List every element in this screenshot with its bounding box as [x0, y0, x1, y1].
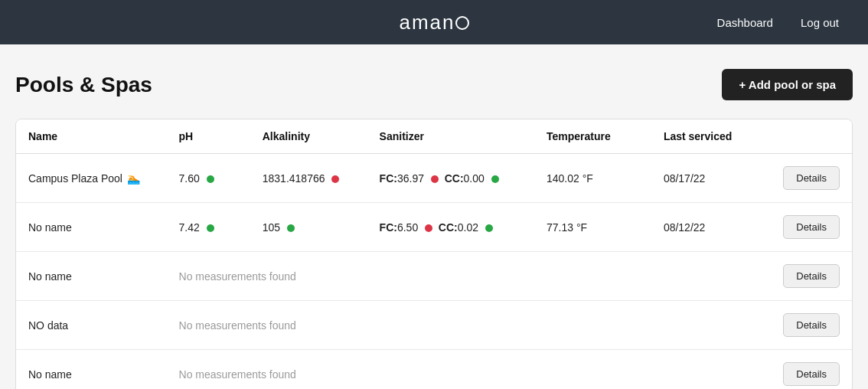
fc-status-dot: [431, 175, 439, 183]
cell-no-measurements: No measurements found: [167, 350, 768, 390]
app-logo: aman: [399, 11, 468, 34]
details-button[interactable]: Details: [783, 166, 840, 190]
logout-button[interactable]: Log out: [790, 11, 850, 34]
cell-alkalinity: 1831.418766: [250, 154, 367, 203]
col-header-last-serviced: Last serviced: [651, 119, 768, 154]
col-header-sanitizer: Sanitizer: [367, 119, 534, 154]
navbar-actions: Dashboard Log out: [706, 11, 850, 34]
details-button[interactable]: Details: [783, 362, 840, 386]
table-row: Campus Plaza Pool🏊7.60 1831.418766 FC:36…: [16, 154, 852, 203]
fc-label: FC:: [380, 221, 397, 234]
alkalinity-status-dot: [287, 224, 295, 232]
page-header: Pools & Spas + Add pool or spa: [15, 69, 853, 100]
cell-no-measurements: No measurements found: [167, 301, 768, 350]
table-header-row: Name pH Alkalinity Sanitizer Temperature…: [16, 119, 852, 154]
no-measurements-text: No measurements found: [179, 319, 296, 332]
main-content: Pools & Spas + Add pool or spa Name pH A…: [0, 44, 868, 389]
cell-sanitizer: FC:6.50 CC:0.02: [367, 203, 534, 252]
no-measurements-text: No measurements found: [179, 270, 296, 283]
navbar: aman Dashboard Log out: [0, 0, 868, 44]
details-button[interactable]: Details: [783, 313, 840, 337]
cell-alkalinity: 105: [250, 203, 367, 252]
col-header-alkalinity: Alkalinity: [250, 119, 367, 154]
cell-last-serviced: 08/17/22: [651, 154, 768, 203]
table-row: NO dataNo measurements foundDetails: [16, 301, 852, 350]
cell-sanitizer: FC:36.97 CC:0.00: [367, 154, 534, 203]
col-header-action: [768, 119, 852, 154]
table-row: No nameNo measurements foundDetails: [16, 252, 852, 301]
table-row: No name7.42 105 FC:6.50 CC:0.02 77.13 °F…: [16, 203, 852, 252]
cell-name: NO data: [16, 301, 167, 350]
table-row: No nameNo measurements foundDetails: [16, 350, 852, 390]
details-button[interactable]: Details: [783, 215, 840, 239]
cell-name: No name: [16, 203, 167, 252]
col-header-name: Name: [16, 119, 167, 154]
fc-status-dot: [425, 224, 432, 232]
details-button[interactable]: Details: [783, 264, 840, 288]
dashboard-button[interactable]: Dashboard: [706, 11, 784, 34]
cell-action: Details: [768, 350, 852, 390]
page-title: Pools & Spas: [15, 73, 152, 97]
col-header-temperature: Temperature: [534, 119, 651, 154]
cell-no-measurements: No measurements found: [167, 252, 768, 301]
pool-icon: 🏊: [127, 172, 140, 185]
pools-table-container: Name pH Alkalinity Sanitizer Temperature…: [15, 119, 853, 389]
cell-ph: 7.42: [167, 203, 250, 252]
cell-name: No name: [16, 350, 167, 390]
add-pool-spa-button[interactable]: + Add pool or spa: [722, 69, 853, 100]
col-header-ph: pH: [167, 119, 250, 154]
cc-status-dot: [491, 175, 499, 183]
cell-temperature: 77.13 °F: [534, 203, 651, 252]
no-measurements-text: No measurements found: [179, 368, 296, 381]
cell-ph: 7.60: [167, 154, 250, 203]
cell-name: Campus Plaza Pool🏊: [16, 154, 167, 203]
pools-table: Name pH Alkalinity Sanitizer Temperature…: [16, 119, 852, 389]
ph-status-dot: [207, 224, 214, 232]
cell-last-serviced: 08/12/22: [651, 203, 768, 252]
cell-action: Details: [768, 203, 852, 252]
cell-temperature: 140.02 °F: [534, 154, 651, 203]
cell-action: Details: [768, 301, 852, 350]
fc-label: FC:: [380, 172, 397, 185]
cc-label: CC:: [439, 221, 458, 234]
alkalinity-status-dot: [331, 175, 339, 183]
cell-action: Details: [768, 154, 852, 203]
cc-status-dot: [485, 224, 493, 232]
ph-status-dot: [207, 175, 214, 183]
cc-label: CC:: [445, 172, 464, 185]
cell-name: No name: [16, 252, 167, 301]
cell-action: Details: [768, 252, 852, 301]
